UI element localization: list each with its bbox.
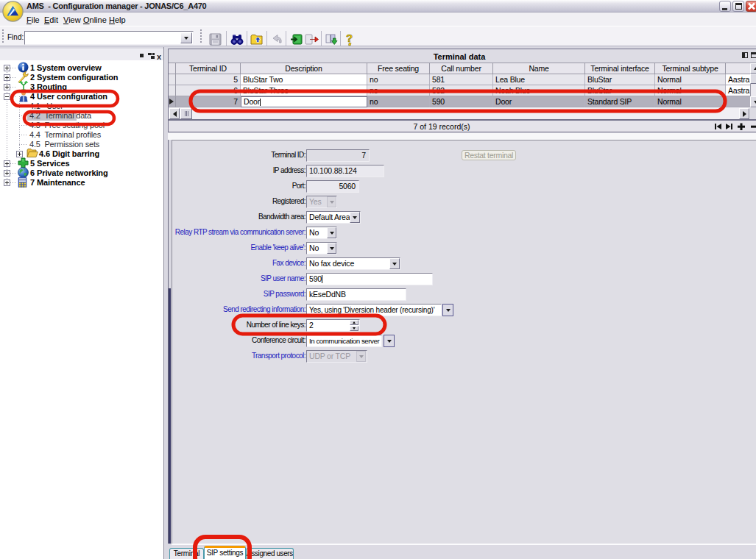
svg-text:?: ? bbox=[346, 32, 353, 44]
